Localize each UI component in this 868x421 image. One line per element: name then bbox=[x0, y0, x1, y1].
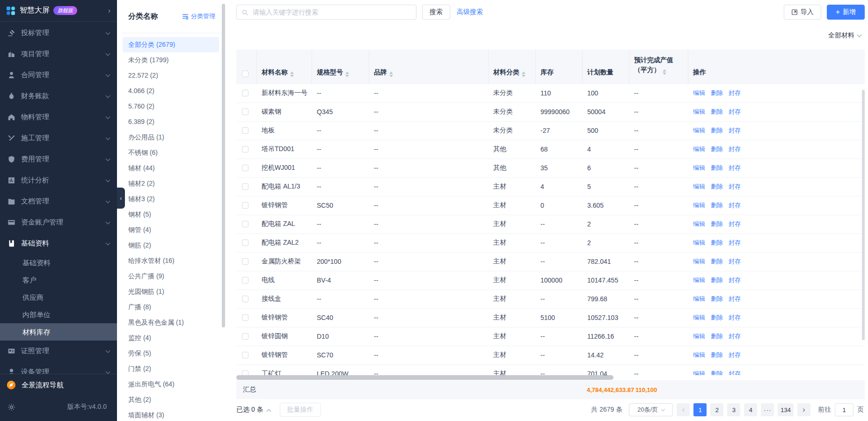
delete-link[interactable]: 删除 bbox=[711, 89, 723, 97]
category-item[interactable]: 广播 (8) bbox=[123, 299, 219, 315]
delete-link[interactable]: 删除 bbox=[711, 239, 723, 247]
delete-link[interactable]: 删除 bbox=[711, 257, 723, 266]
horizontal-scrollbar[interactable] bbox=[236, 375, 865, 380]
sort-icon[interactable] bbox=[389, 72, 393, 77]
archive-link[interactable]: 封存 bbox=[729, 182, 741, 191]
sidebar-item-expense[interactable]: 费用管理 bbox=[0, 149, 117, 170]
row-checkbox[interactable] bbox=[242, 183, 248, 190]
row-checkbox[interactable] bbox=[242, 127, 248, 134]
chevron-up-icon[interactable] bbox=[266, 409, 271, 414]
row-checkbox[interactable] bbox=[242, 277, 248, 283]
archive-link[interactable]: 封存 bbox=[729, 126, 741, 135]
category-scrollbar[interactable] bbox=[222, 4, 225, 327]
category-item[interactable]: 黑色及有色金属 (1) bbox=[123, 315, 219, 330]
row-checkbox[interactable] bbox=[242, 90, 248, 96]
add-button[interactable]: + 新增 bbox=[827, 5, 865, 20]
delete-link[interactable]: 删除 bbox=[711, 370, 723, 375]
category-item[interactable]: 办公用品 (1) bbox=[123, 130, 219, 145]
category-item[interactable]: 其他 (2) bbox=[123, 392, 219, 407]
category-item[interactable]: 不锈钢 (6) bbox=[123, 145, 219, 160]
row-checkbox[interactable] bbox=[242, 165, 248, 171]
sort-icon[interactable] bbox=[663, 69, 666, 75]
edit-link[interactable]: 编辑 bbox=[693, 164, 705, 172]
sidebar-subitem-材料库存[interactable]: 材料库存 bbox=[0, 323, 117, 341]
sidebar-item-construction[interactable]: 施工管理 bbox=[0, 128, 117, 149]
edit-link[interactable]: 编辑 bbox=[693, 295, 705, 303]
archive-link[interactable]: 封存 bbox=[729, 145, 741, 153]
category-item[interactable]: 钢材 (5) bbox=[123, 207, 219, 222]
delete-link[interactable]: 删除 bbox=[711, 313, 723, 322]
sidebar-item-project[interactable]: 项目管理 bbox=[0, 44, 117, 65]
edit-link[interactable]: 编辑 bbox=[693, 332, 705, 341]
category-item[interactable]: 4.066 (2) bbox=[123, 83, 219, 99]
search-button[interactable]: 搜索 bbox=[422, 5, 450, 20]
sidebar-item-material[interactable]: 物料管理 bbox=[0, 107, 117, 128]
material-filter-dropdown[interactable]: 全部材料 bbox=[828, 31, 861, 40]
archive-link[interactable]: 封存 bbox=[729, 239, 741, 247]
page-button-4[interactable]: 4 bbox=[744, 403, 757, 416]
edit-link[interactable]: 编辑 bbox=[693, 239, 705, 247]
category-item[interactable]: 辅材2 (2) bbox=[123, 176, 219, 191]
delete-link[interactable]: 删除 bbox=[711, 295, 723, 303]
row-checkbox[interactable] bbox=[242, 296, 248, 302]
delete-link[interactable]: 删除 bbox=[711, 108, 723, 116]
category-item[interactable]: 劳保 (5) bbox=[123, 346, 219, 361]
sidebar-item-basic-data[interactable]: 基础资料 bbox=[0, 233, 117, 254]
row-checkbox[interactable] bbox=[242, 314, 248, 321]
archive-link[interactable]: 封存 bbox=[729, 108, 741, 116]
sidebar-item-device[interactable]: 设备管理 bbox=[0, 362, 117, 374]
delete-link[interactable]: 删除 bbox=[711, 145, 723, 153]
archive-link[interactable]: 封存 bbox=[729, 201, 741, 210]
edit-link[interactable]: 编辑 bbox=[693, 257, 705, 266]
row-checkbox[interactable] bbox=[242, 352, 248, 358]
page-button-134[interactable]: 134 bbox=[778, 403, 794, 416]
category-item[interactable]: 钢筋 (2) bbox=[123, 238, 219, 253]
edit-link[interactable]: 编辑 bbox=[693, 145, 705, 153]
category-item[interactable]: 辅材 (44) bbox=[123, 160, 219, 176]
delete-link[interactable]: 删除 bbox=[711, 164, 723, 172]
delete-link[interactable]: 删除 bbox=[711, 351, 723, 359]
category-item[interactable]: 辅材3 (2) bbox=[123, 191, 219, 207]
archive-link[interactable]: 封存 bbox=[729, 276, 741, 284]
category-item[interactable]: 钢管 (4) bbox=[123, 222, 219, 238]
sort-icon[interactable] bbox=[522, 72, 525, 77]
archive-link[interactable]: 封存 bbox=[729, 89, 741, 97]
category-item[interactable]: 监控 (4) bbox=[123, 330, 219, 346]
category-manage-link[interactable]: 分类管理 bbox=[182, 12, 215, 21]
archive-link[interactable]: 封存 bbox=[729, 370, 741, 375]
category-item[interactable]: 5.760 (2) bbox=[123, 99, 219, 114]
archive-link[interactable]: 封存 bbox=[729, 351, 741, 359]
advanced-search-link[interactable]: 高级搜索 bbox=[457, 8, 483, 16]
category-item[interactable]: 未分类 (1799) bbox=[123, 52, 219, 68]
row-checkbox[interactable] bbox=[242, 146, 248, 152]
archive-link[interactable]: 封存 bbox=[729, 257, 741, 266]
page-button-3[interactable]: 3 bbox=[727, 403, 740, 416]
row-checkbox[interactable] bbox=[242, 333, 248, 340]
archive-link[interactable]: 封存 bbox=[729, 164, 741, 172]
goto-page-input[interactable] bbox=[835, 403, 853, 416]
edit-link[interactable]: 编辑 bbox=[693, 276, 705, 284]
delete-link[interactable]: 删除 bbox=[711, 332, 723, 341]
page-size-select[interactable]: 20条/页 bbox=[629, 403, 673, 416]
archive-link[interactable]: 封存 bbox=[729, 220, 741, 228]
sidebar-item-process-navigation[interactable]: 全景流程导航 bbox=[0, 374, 117, 396]
sidebar-item-funds-account[interactable]: 资金账户管理 bbox=[0, 212, 117, 233]
page-button-1[interactable]: 1 bbox=[693, 403, 707, 416]
delete-link[interactable]: 删除 bbox=[711, 126, 723, 135]
edit-link[interactable]: 编辑 bbox=[693, 108, 705, 116]
search-input[interactable] bbox=[252, 8, 412, 16]
import-button[interactable]: 导入 bbox=[784, 5, 821, 20]
prev-page-button[interactable]: ‹ bbox=[677, 403, 690, 416]
sidebar-item-bidding[interactable]: 投标管理 bbox=[0, 22, 117, 44]
gear-icon[interactable] bbox=[7, 403, 15, 411]
category-item[interactable]: 派出所电气 (64) bbox=[123, 377, 219, 392]
delete-link[interactable]: 删除 bbox=[711, 201, 723, 210]
sort-icon[interactable] bbox=[290, 72, 294, 77]
category-item[interactable]: 6.389 (2) bbox=[123, 114, 219, 130]
category-item[interactable]: 光圆钢筋 (1) bbox=[123, 284, 219, 299]
sidebar-item-license[interactable]: 证照管理 bbox=[0, 341, 117, 362]
page-ellipsis[interactable]: ··· bbox=[761, 403, 774, 416]
edit-link[interactable]: 编辑 bbox=[693, 126, 705, 135]
category-item[interactable]: 墙面辅材 (3) bbox=[123, 407, 219, 421]
batch-actions-button[interactable]: 批量操作 bbox=[280, 403, 321, 417]
